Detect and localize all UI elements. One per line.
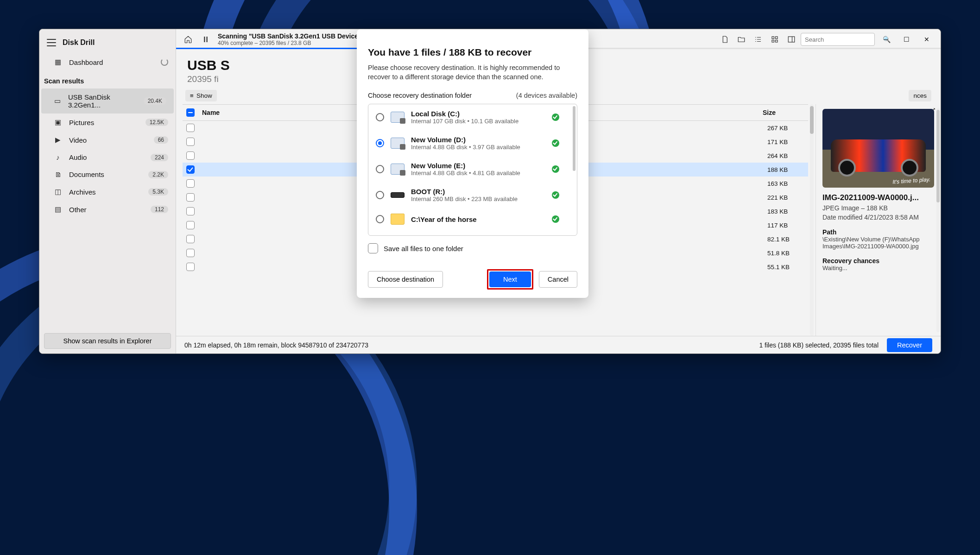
destination-detail: Internal 107 GB disk • 10.1 GB available <box>411 118 518 125</box>
destination-detail: Internal 260 MB disk • 223 MB available <box>411 196 518 202</box>
recovery-destination-modal: You have 1 files / 188 KB to recover Ple… <box>357 29 588 298</box>
image-preview: It's time to play. <box>822 109 934 188</box>
count-badge: 12.5K <box>145 119 168 126</box>
row-checkbox[interactable] <box>186 263 195 271</box>
next-button-highlight: Next <box>487 269 533 290</box>
status-right: 1 files (188 KB) selected, 20395 files t… <box>759 341 879 349</box>
row-size: 221 KB <box>767 194 804 201</box>
ok-badge-icon <box>552 191 559 199</box>
scan-subtitle: 40% complete – 20395 files / 23.8 GB <box>218 40 361 46</box>
recover-button[interactable]: Recover <box>887 338 932 352</box>
destination-scrollbar[interactable] <box>573 106 575 171</box>
count-badge: 20.4K <box>144 97 166 105</box>
maximize-button[interactable]: ☐ <box>897 32 916 46</box>
destination-item[interactable]: BOOT (R:)Internal 260 MB disk • 223 MB a… <box>368 182 577 208</box>
drive-icon <box>391 164 405 175</box>
chances-filter-button[interactable]: nces <box>909 90 931 101</box>
destination-item[interactable]: New Volume (D:)Internal 4.88 GB disk • 3… <box>368 130 577 156</box>
sidebar-item-label: Audio <box>69 153 87 161</box>
close-button[interactable]: ✕ <box>917 32 936 46</box>
count-badge: 5.3K <box>148 188 168 196</box>
sidebar-item-label: Video <box>69 136 87 144</box>
show-filter-button[interactable]: ≡ Show <box>185 90 217 101</box>
count-badge: 112 <box>151 206 168 213</box>
svg-rect-1 <box>776 37 778 39</box>
row-checkbox[interactable] <box>186 151 195 160</box>
svg-rect-2 <box>772 40 774 43</box>
show-in-explorer-button[interactable]: Show scan results in Explorer <box>44 333 171 349</box>
detail-chances-label: Recovery chances <box>822 257 934 265</box>
row-checkbox[interactable] <box>186 221 195 229</box>
row-size: 117 KB <box>767 222 804 229</box>
radio-button[interactable] <box>376 113 384 121</box>
search-field[interactable] <box>805 36 883 43</box>
choose-destination-button[interactable]: Choose destination <box>368 271 443 288</box>
row-checkbox[interactable] <box>186 179 195 188</box>
filter-icon: ≡ <box>190 92 194 99</box>
sidebar-item-archives[interactable]: ◫ Archives 5.3K <box>39 183 176 201</box>
grid-view-icon[interactable] <box>767 32 782 47</box>
scan-title: Scanning "USB SanDisk 3.2Gen1 USB Device… <box>218 32 361 40</box>
sidebar: Disk Drill ▦ Dashboard Scan results ▭ US… <box>39 29 176 353</box>
select-all-checkbox[interactable] <box>186 108 195 117</box>
detail-filename: IMG-20211009-WA0000.j... <box>822 193 934 202</box>
ok-badge-icon <box>552 139 559 147</box>
destination-item[interactable]: C:\Year of the horse <box>368 208 577 230</box>
checkbox-icon <box>368 243 378 253</box>
spinner-icon <box>161 58 168 66</box>
row-checkbox[interactable] <box>186 235 195 243</box>
svg-rect-0 <box>772 37 774 39</box>
destination-item[interactable]: Local Disk (C:)Internal 107 GB disk • 10… <box>368 104 577 130</box>
sidebar-item-pictures[interactable]: ▣ Pictures 12.5K <box>39 114 176 131</box>
panel-toggle-icon[interactable] <box>784 32 799 47</box>
radio-button[interactable] <box>376 165 384 173</box>
row-checkbox[interactable] <box>186 207 195 215</box>
sidebar-item-label: Dashboard <box>69 58 103 66</box>
sidebar-item-label: Pictures <box>69 119 94 126</box>
row-size: 267 KB <box>767 125 804 132</box>
sidebar-item-other[interactable]: ▤ Other 112 <box>39 201 176 218</box>
destination-item[interactable]: New Volume (E:)Internal 4.88 GB disk • 4… <box>368 156 577 182</box>
row-checkbox[interactable] <box>186 165 195 174</box>
home-button[interactable] <box>181 32 196 47</box>
sidebar-item-video[interactable]: ▶ Video 66 <box>39 131 176 149</box>
sidebar-item-dashboard[interactable]: ▦ Dashboard <box>39 53 176 71</box>
menu-icon[interactable] <box>47 39 56 46</box>
sidebar-item-usb[interactable]: ▭ USB SanDisk 3.2Gen1... 20.4K <box>41 88 174 114</box>
row-checkbox[interactable] <box>186 193 195 202</box>
row-size: 264 KB <box>767 152 804 159</box>
column-header-size[interactable]: Size <box>763 109 804 116</box>
cancel-button[interactable]: Cancel <box>539 271 577 288</box>
sidebar-item-documents[interactable]: 🗎 Documents 2.2K <box>39 166 176 183</box>
ok-badge-icon <box>552 165 559 173</box>
grid-icon: ▦ <box>53 58 63 66</box>
table-scrollbar[interactable] <box>810 104 814 336</box>
row-checkbox[interactable] <box>186 249 195 257</box>
ok-badge-icon <box>552 114 559 121</box>
list-view-icon[interactable] <box>751 32 765 47</box>
folder-icon[interactable] <box>734 32 749 47</box>
next-button[interactable]: Next <box>489 271 531 287</box>
pause-button[interactable] <box>198 32 213 47</box>
minimize-button[interactable]: ─ <box>877 32 895 46</box>
radio-button[interactable] <box>376 191 384 199</box>
row-checkbox[interactable] <box>186 138 195 146</box>
radio-button[interactable] <box>376 215 384 223</box>
destination-name: New Volume (D:) <box>411 136 520 144</box>
detail-path-label: Path <box>822 228 934 236</box>
search-input[interactable]: 🔍 <box>801 33 875 46</box>
destination-detail: Internal 4.88 GB disk • 4.81 GB availabl… <box>411 170 520 177</box>
count-badge: 2.2K <box>148 171 168 178</box>
sidebar-item-audio[interactable]: ♪ Audio 224 <box>39 149 176 166</box>
radio-button[interactable] <box>376 139 384 147</box>
status-left: 0h 12m elapsed, 0h 18m remain, block 945… <box>184 341 368 349</box>
row-checkbox[interactable] <box>186 124 195 132</box>
save-all-checkbox[interactable]: Save all files to one folder <box>368 243 577 253</box>
file-icon[interactable] <box>717 32 732 47</box>
chip-label: nces <box>913 92 927 99</box>
drive-icon: ▭ <box>53 97 62 105</box>
audio-icon: ♪ <box>53 153 63 161</box>
detail-scrollbar[interactable] <box>936 108 940 332</box>
row-size: 171 KB <box>767 139 804 145</box>
count-badge: 66 <box>154 136 168 144</box>
